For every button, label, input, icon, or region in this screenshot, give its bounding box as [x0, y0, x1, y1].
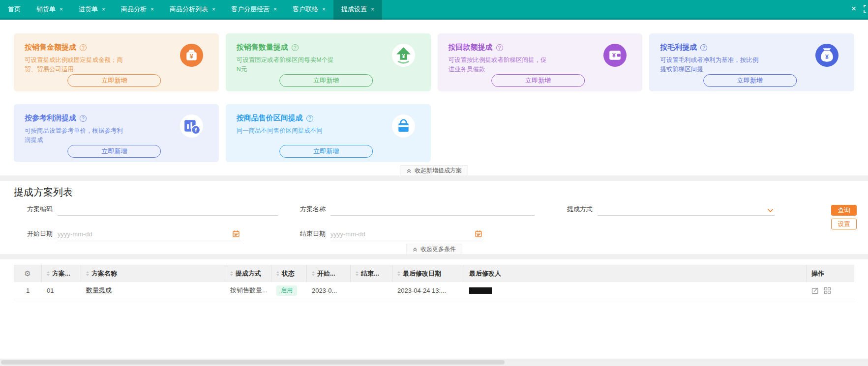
row-end-date	[351, 282, 392, 299]
sort-icon[interactable]	[230, 271, 233, 276]
add-now-button[interactable]: 立即新增	[703, 74, 797, 87]
calendar-icon[interactable]	[475, 230, 482, 237]
tab-close-icon[interactable]: ×	[150, 6, 154, 13]
svg-text:¥: ¥	[825, 54, 829, 60]
add-now-button[interactable]: 立即新增	[279, 74, 373, 87]
double-chevron-up-icon	[412, 247, 418, 252]
tab-commission-settings[interactable]: 提成设置×	[333, 0, 382, 20]
edit-icon[interactable]	[811, 287, 819, 294]
search-button[interactable]: 查询	[831, 205, 857, 216]
card-title: 按销售数量提成	[237, 43, 288, 52]
help-icon[interactable]	[700, 44, 707, 51]
modified-by-redacted	[469, 287, 492, 294]
help-icon[interactable]	[80, 115, 87, 122]
sort-icon[interactable]	[47, 271, 50, 276]
money-pouch-icon: ¥	[180, 44, 203, 67]
plan-list-section: 提成方案列表 方案编码 方案名称 提成方式 开始日期	[0, 181, 868, 254]
tab-label: 销货单	[36, 5, 56, 14]
header-start[interactable]: 开始...	[307, 265, 351, 282]
card-title: 按参考利润提成	[25, 113, 76, 123]
help-icon[interactable]	[306, 115, 313, 122]
plan-name-label: 方案名称	[300, 205, 326, 216]
status-badge: 启用	[276, 285, 297, 296]
header-status[interactable]: 状态	[271, 265, 307, 282]
add-now-button[interactable]: 立即新增	[68, 145, 161, 158]
chevron-down-icon[interactable]	[767, 208, 774, 213]
card-title: 按毛利提成	[660, 43, 697, 52]
help-icon[interactable]	[292, 44, 299, 51]
start-date-label: 开始日期	[27, 229, 53, 240]
card-description: 可按商品设置参考单价，根据参考利 润提成	[25, 126, 143, 145]
tab-label: 商品分析	[121, 5, 147, 14]
card-title: 按商品售价区间提成	[237, 113, 303, 123]
card-gross-profit-commission: 按毛利提成 可设置毛利或者净利为基准，按比例 提或阶梯区间提 ¥ 立即新增	[649, 33, 854, 91]
row-index: 1	[14, 282, 42, 299]
sort-icon[interactable]	[86, 271, 89, 276]
card-price-range-commission: 按商品售价区间提成 同一商品不同售价区间提成不同 立即新增	[226, 104, 431, 162]
close-icon[interactable]: ×	[851, 4, 856, 14]
tab-customer-contact[interactable]: 客户联络×	[285, 0, 333, 20]
gear-icon[interactable]: ⚙	[24, 269, 30, 278]
filter-form: 方案编码 方案名称 提成方式 开始日期	[14, 204, 854, 254]
tab-label: 提成设置	[341, 5, 367, 14]
section-title: 提成方案列表	[14, 186, 854, 199]
calendar-icon[interactable]	[233, 230, 239, 237]
add-now-button[interactable]: 立即新增	[279, 145, 373, 158]
wallet-yuan-icon: ¥	[603, 44, 627, 67]
help-icon[interactable]	[80, 44, 87, 51]
start-date-input[interactable]	[58, 228, 240, 240]
header-end[interactable]: 结束...	[351, 265, 392, 282]
tab-close-icon[interactable]: ×	[273, 6, 277, 13]
sort-icon[interactable]	[312, 271, 315, 276]
header-plan-name[interactable]: 方案名称	[81, 265, 225, 282]
tab-label: 商品分析列表	[170, 5, 208, 14]
plan-code-label: 方案编码	[27, 205, 53, 216]
card-sales-amount-commission: 按销售金额提成 可设置提成比例或固定提成金额；商 贸、贸易公司适用 ¥ 立即新增	[14, 33, 219, 91]
tab-label: 首页	[8, 5, 21, 14]
sort-icon[interactable]	[397, 271, 400, 276]
header-modified-by[interactable]: 最后修改人	[464, 265, 807, 282]
tabbar-actions: ×	[851, 0, 868, 18]
tab-close-icon[interactable]: ×	[371, 6, 374, 13]
sort-icon[interactable]	[356, 271, 359, 276]
more-grid-icon[interactable]	[824, 287, 831, 294]
tab-customer-tiering[interactable]: 客户分层经营×	[223, 0, 285, 20]
plan-table: ⚙ 方案... 方案名称 提成方式 状态 开始... 结束... 最后修改日期 …	[14, 265, 854, 299]
settings-button[interactable]: 设置	[831, 219, 857, 229]
table-row: 1 01 数量提成 按销售数量... 启用 2023-0... 2023-04-…	[14, 282, 854, 299]
header-plan-code[interactable]: 方案...	[42, 265, 81, 282]
help-icon[interactable]	[496, 44, 503, 51]
tab-close-icon[interactable]: ×	[102, 6, 105, 13]
collapse-more-filters-toggle[interactable]: 收起更多条件	[406, 244, 462, 254]
card-sales-quantity-commission: 按销售数量提成 可设置固定或者阶梯区间每卖M个提 N元 ¥ 立即新增	[226, 33, 431, 91]
tab-close-icon[interactable]: ×	[60, 6, 63, 13]
scrollbar-thumb[interactable]	[1, 360, 505, 365]
plan-name-input[interactable]	[330, 204, 535, 215]
plan-code-input[interactable]	[58, 204, 278, 215]
collapse-new-plans-toggle[interactable]: 收起新增提成方案	[400, 165, 468, 175]
horizontal-scrollbar[interactable]	[0, 359, 868, 366]
tab-product-analysis[interactable]: 商品分析×	[113, 0, 162, 20]
double-chevron-up-icon	[406, 168, 412, 173]
tab-close-icon[interactable]: ×	[322, 6, 326, 13]
tab-product-analysis-list[interactable]: 商品分析列表×	[162, 0, 223, 20]
header-modified-date[interactable]: 最后修改日期	[392, 265, 464, 282]
tab-sales-order[interactable]: 销货单×	[29, 0, 71, 20]
header-method[interactable]: 提成方式	[225, 265, 271, 282]
card-reference-profit-commission: 按参考利润提成 可按商品设置参考单价，根据参考利 润提成 ¥ 立即新增	[14, 104, 219, 162]
sort-icon[interactable]	[276, 271, 279, 276]
end-date-input[interactable]	[330, 228, 483, 240]
commission-method-label: 提成方式	[567, 205, 593, 216]
tab-bar: 首页 销货单× 进货单× 商品分析× 商品分析列表× 客户分层经营× 客户联络×…	[0, 0, 868, 20]
end-date-label: 结束日期	[300, 229, 326, 240]
commission-settings-page: 首页 销货单× 进货单× 商品分析× 商品分析列表× 客户分层经营× 客户联络×…	[0, 0, 868, 366]
add-now-button[interactable]: 立即新增	[491, 74, 585, 87]
tab-close-icon[interactable]: ×	[212, 6, 215, 13]
plan-name-link[interactable]: 数量提成	[86, 286, 112, 295]
tab-purchase-order[interactable]: 进货单×	[71, 0, 113, 20]
row-start-date: 2023-0...	[307, 282, 351, 299]
commission-method-select[interactable]	[598, 204, 775, 215]
fullscreen-icon[interactable]	[863, 4, 868, 13]
add-now-button[interactable]: 立即新增	[68, 74, 161, 87]
tab-home[interactable]: 首页	[0, 0, 29, 20]
